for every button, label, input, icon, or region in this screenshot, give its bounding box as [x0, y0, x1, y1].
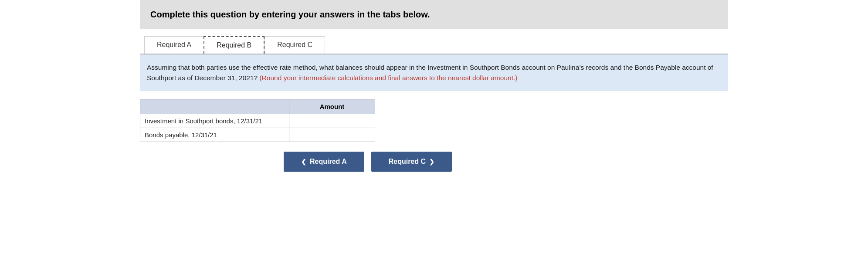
chevron-right-icon — [429, 158, 434, 166]
tabs-container: Required A Required B Required C — [140, 29, 728, 54]
next-button-label: Required C — [389, 158, 426, 166]
header-instruction: Complete this question by entering your … — [150, 10, 430, 19]
chevron-left-icon — [301, 158, 306, 166]
row-1-input-cell[interactable] — [289, 114, 375, 128]
amount-column-header: Amount — [289, 99, 375, 114]
tab-required-b[interactable]: Required B — [203, 36, 264, 54]
row-2-label: Bonds payable, 12/31/21 — [140, 128, 289, 142]
row-1-amount-input[interactable] — [289, 114, 375, 128]
table-section: Amount Investment in Southport bonds, 12… — [140, 99, 728, 142]
answer-table: Amount Investment in Southport bonds, 12… — [140, 99, 375, 142]
row-1-label: Investment in Southport bonds, 12/31/21 — [140, 114, 289, 128]
tabs-row: Required A Required B Required C — [140, 36, 728, 54]
next-button[interactable]: Required C — [371, 152, 452, 172]
tab-required-a[interactable]: Required A — [144, 36, 203, 54]
row-2-input-cell[interactable] — [289, 128, 375, 142]
question-text-red: (Round your intermediate calculations an… — [258, 74, 517, 81]
header-banner: Complete this question by entering your … — [140, 0, 728, 29]
prev-button[interactable]: Required A — [284, 152, 364, 172]
label-column-header — [140, 99, 289, 114]
table-row: Investment in Southport bonds, 12/31/21 — [140, 114, 375, 128]
table-row: Bonds payable, 12/31/21 — [140, 128, 375, 142]
row-2-amount-input[interactable] — [289, 128, 375, 142]
question-box: Assuming that both parties use the effec… — [140, 54, 728, 91]
prev-button-label: Required A — [310, 158, 347, 166]
nav-buttons: Required A Required C — [284, 152, 728, 172]
tab-required-c[interactable]: Required C — [264, 36, 325, 54]
